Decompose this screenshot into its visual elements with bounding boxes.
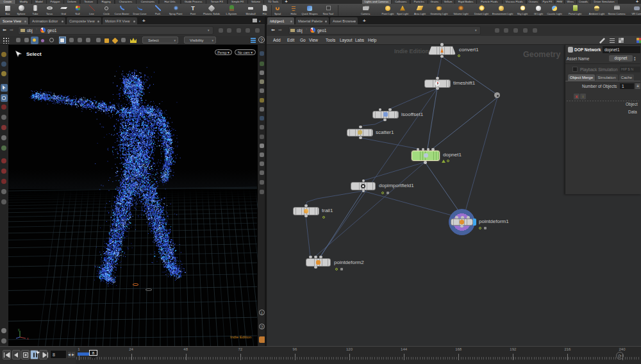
svg-text:x: x [27, 336, 29, 340]
